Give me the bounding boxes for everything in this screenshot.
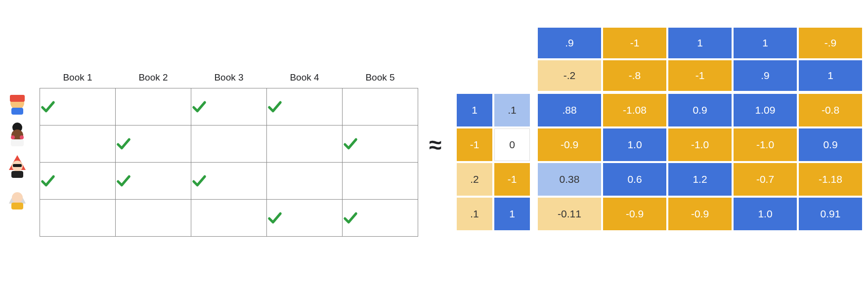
matrix-cell: 0.9 <box>668 94 732 126</box>
matrix-cell: -.8 <box>603 60 666 91</box>
book-cell <box>343 163 418 200</box>
check-icon <box>41 99 115 114</box>
table-row <box>40 88 418 126</box>
matrix-cell: -0.11 <box>538 198 601 230</box>
svg-rect-10 <box>11 171 23 178</box>
matrix-cell: -1.0 <box>734 128 797 161</box>
avatar-user-2 <box>4 121 31 147</box>
check-icon <box>192 99 266 114</box>
approx-symbol: ≈ <box>429 131 441 158</box>
book-header-2: Book 2 <box>116 72 191 88</box>
matrix-cell: .2 <box>457 163 492 196</box>
book-cell <box>343 88 418 126</box>
matrix-cell: 1.2 <box>668 163 732 196</box>
matrix-cell: 1 <box>494 198 530 230</box>
matrix-cell: -0.7 <box>734 163 797 196</box>
matrix-cell: 1.09 <box>734 94 797 126</box>
matrix-R: .88-1.080.91.09-0.8-0.91.0-1.0-1.00.90.3… <box>538 94 862 230</box>
svg-rect-2 <box>11 108 23 115</box>
matrix-cell: .9 <box>538 28 601 58</box>
book-cell <box>191 126 267 163</box>
matrix-U: 1.1-10.2-1.11 <box>457 94 530 230</box>
matrix-cell: -1 <box>494 163 530 196</box>
matrix-cell: 0.9 <box>799 128 862 161</box>
matrix-cell: .1 <box>457 198 492 230</box>
avatar-user-1 <box>4 89 31 116</box>
matrix-cell: -1 <box>457 128 492 161</box>
book-header-5: Book 5 <box>343 72 418 88</box>
matrix-V: .9-111-.9-.2-.8-1.91 <box>538 28 862 91</box>
table-row <box>40 163 418 200</box>
book-cell <box>191 200 267 237</box>
check-icon <box>192 173 266 188</box>
check-icon <box>343 210 417 225</box>
matrix-cell: -1 <box>603 28 666 58</box>
check-icon <box>41 173 115 188</box>
book-cell <box>116 200 191 237</box>
matrix-cell: -1.08 <box>603 94 666 126</box>
check-icon <box>343 136 417 151</box>
matrix-cell: 1.0 <box>734 198 797 230</box>
matrix-cell: 1 <box>734 28 797 58</box>
avatar-user-3 <box>4 152 31 179</box>
matrix-cell: -.9 <box>799 28 862 58</box>
book-header-1: Book 1 <box>40 72 116 88</box>
matrix-cell: -0.8 <box>799 94 862 126</box>
svg-point-6 <box>11 135 15 139</box>
book-cell <box>343 126 418 163</box>
matrix-cell: 0.6 <box>603 163 666 196</box>
matrix-cell: 1 <box>457 94 492 126</box>
book-cell <box>116 126 191 163</box>
matrix-cell: -0.9 <box>538 128 601 161</box>
matrix-cell: -1 <box>668 60 732 91</box>
matrix-cell: .1 <box>494 94 530 126</box>
book-cell <box>116 88 191 126</box>
svg-rect-1 <box>10 95 25 102</box>
svg-point-11 <box>12 192 23 203</box>
book-cell <box>40 200 116 237</box>
svg-point-7 <box>20 135 24 139</box>
book-cell <box>40 126 116 163</box>
book-cell <box>191 88 267 126</box>
table-row <box>40 126 418 163</box>
check-icon <box>267 210 342 225</box>
check-icon <box>116 136 190 151</box>
book-cell <box>191 163 267 200</box>
user-avatars <box>4 89 31 210</box>
matrix-cell: 1.0 <box>603 128 666 161</box>
matrix-cell: 0.38 <box>538 163 601 196</box>
svg-rect-9 <box>13 164 22 167</box>
check-icon <box>116 173 190 188</box>
matrix-cell: 0.91 <box>799 198 862 230</box>
book-cell <box>267 163 343 200</box>
matrix-cell: -1.0 <box>668 128 732 161</box>
book-cell <box>40 88 116 126</box>
book-cell <box>343 200 418 237</box>
matrix-cell: -0.9 <box>668 198 732 230</box>
book-cell <box>40 163 116 200</box>
matrix-cell: .88 <box>538 94 601 126</box>
svg-rect-5 <box>11 139 24 146</box>
table-row <box>40 200 418 237</box>
matrix-cell: -0.9 <box>603 198 666 230</box>
check-icon <box>267 99 342 114</box>
svg-rect-12 <box>11 203 23 209</box>
book-cell <box>267 126 343 163</box>
matrix-cell: .9 <box>734 60 797 91</box>
matrix-cell: -.2 <box>538 60 601 91</box>
matrix-cell: 1 <box>799 60 862 91</box>
matrix-cell: 0 <box>494 128 530 161</box>
matrix-cell: 1 <box>668 28 732 58</box>
books-table: Book 1Book 2Book 3Book 4Book 5 <box>40 72 418 237</box>
book-header-4: Book 4 <box>267 72 343 88</box>
book-cell <box>267 88 343 126</box>
book-header-3: Book 3 <box>191 72 267 88</box>
avatar-user-4 <box>4 184 31 210</box>
matrix-cell: -1.18 <box>799 163 862 196</box>
book-cell <box>267 200 343 237</box>
book-cell <box>116 163 191 200</box>
